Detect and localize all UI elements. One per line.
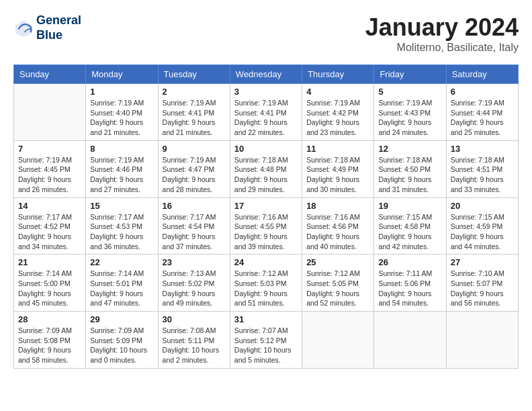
day-info: Sunrise: 7:17 AM Sunset: 4:53 PM Dayligh…	[90, 212, 153, 252]
calendar-day: 2Sunrise: 7:19 AM Sunset: 4:41 PM Daylig…	[158, 84, 230, 141]
day-info: Sunrise: 7:18 AM Sunset: 4:50 PM Dayligh…	[378, 155, 441, 195]
day-info: Sunrise: 7:19 AM Sunset: 4:45 PM Dayligh…	[18, 155, 81, 195]
weekday-header-monday: Monday	[86, 65, 158, 84]
day-number: 26	[378, 257, 441, 267]
weekday-header-saturday: Saturday	[446, 65, 518, 84]
day-number: 3	[234, 87, 298, 97]
day-number: 31	[234, 314, 298, 324]
day-number: 20	[451, 201, 514, 211]
day-number: 7	[18, 144, 81, 154]
calendar-day	[14, 84, 86, 141]
location-subtitle: Moliterno, Basilicate, Italy	[365, 42, 519, 54]
day-number: 6	[451, 87, 514, 97]
day-number: 2	[163, 87, 226, 97]
day-info: Sunrise: 7:16 AM Sunset: 4:55 PM Dayligh…	[234, 212, 298, 252]
logo-text: General Blue	[36, 13, 81, 42]
calendar-day: 11Sunrise: 7:18 AM Sunset: 4:49 PM Dayli…	[302, 140, 374, 197]
day-info: Sunrise: 7:19 AM Sunset: 4:46 PM Dayligh…	[90, 155, 153, 195]
calendar-day: 4Sunrise: 7:19 AM Sunset: 4:42 PM Daylig…	[302, 84, 374, 141]
day-number: 1	[90, 87, 153, 97]
weekday-header-tuesday: Tuesday	[158, 65, 230, 84]
calendar-day: 23Sunrise: 7:13 AM Sunset: 5:02 PM Dayli…	[158, 255, 230, 312]
calendar-day	[446, 312, 518, 369]
calendar-day: 5Sunrise: 7:19 AM Sunset: 4:43 PM Daylig…	[374, 84, 446, 141]
calendar-day: 22Sunrise: 7:14 AM Sunset: 5:01 PM Dayli…	[86, 255, 158, 312]
calendar-day: 20Sunrise: 7:15 AM Sunset: 4:59 PM Dayli…	[446, 197, 518, 255]
day-number: 14	[18, 201, 81, 211]
calendar-week-4: 21Sunrise: 7:14 AM Sunset: 5:00 PM Dayli…	[14, 255, 519, 312]
day-number: 4	[306, 87, 369, 97]
calendar-day: 30Sunrise: 7:08 AM Sunset: 5:11 PM Dayli…	[158, 312, 230, 369]
page-header: General Blue January 2024 Moliterno, Bas…	[13, 13, 519, 54]
day-number: 27	[451, 257, 514, 267]
day-info: Sunrise: 7:19 AM Sunset: 4:47 PM Dayligh…	[163, 155, 226, 195]
day-info: Sunrise: 7:17 AM Sunset: 4:52 PM Dayligh…	[18, 212, 81, 252]
calendar-day: 28Sunrise: 7:09 AM Sunset: 5:08 PM Dayli…	[14, 312, 86, 369]
calendar-day: 19Sunrise: 7:15 AM Sunset: 4:58 PM Dayli…	[374, 197, 446, 255]
day-info: Sunrise: 7:11 AM Sunset: 5:06 PM Dayligh…	[378, 269, 441, 308]
day-info: Sunrise: 7:19 AM Sunset: 4:43 PM Dayligh…	[378, 98, 441, 138]
weekday-header-sunday: Sunday	[14, 65, 86, 84]
day-number: 10	[234, 144, 298, 154]
day-info: Sunrise: 7:10 AM Sunset: 5:07 PM Dayligh…	[451, 269, 514, 308]
day-info: Sunrise: 7:13 AM Sunset: 5:02 PM Dayligh…	[163, 269, 226, 308]
logo: General Blue	[13, 13, 81, 42]
day-info: Sunrise: 7:16 AM Sunset: 4:56 PM Dayligh…	[306, 212, 369, 252]
day-info: Sunrise: 7:14 AM Sunset: 5:00 PM Dayligh…	[18, 269, 81, 308]
calendar-day: 26Sunrise: 7:11 AM Sunset: 5:06 PM Dayli…	[374, 255, 446, 312]
day-info: Sunrise: 7:14 AM Sunset: 5:01 PM Dayligh…	[90, 269, 153, 308]
calendar-day: 17Sunrise: 7:16 AM Sunset: 4:55 PM Dayli…	[230, 197, 302, 255]
day-number: 19	[378, 201, 441, 211]
weekday-header-row: SundayMondayTuesdayWednesdayThursdayFrid…	[14, 65, 519, 84]
day-info: Sunrise: 7:17 AM Sunset: 4:54 PM Dayligh…	[163, 212, 226, 252]
calendar-day: 12Sunrise: 7:18 AM Sunset: 4:50 PM Dayli…	[374, 140, 446, 197]
day-info: Sunrise: 7:18 AM Sunset: 4:48 PM Dayligh…	[234, 155, 298, 195]
month-title: January 2024	[365, 13, 519, 42]
day-number: 5	[378, 87, 441, 97]
calendar-day: 24Sunrise: 7:12 AM Sunset: 5:03 PM Dayli…	[230, 255, 302, 312]
day-info: Sunrise: 7:18 AM Sunset: 4:51 PM Dayligh…	[451, 155, 514, 195]
weekday-header-thursday: Thursday	[302, 65, 374, 84]
day-info: Sunrise: 7:15 AM Sunset: 4:58 PM Dayligh…	[378, 212, 441, 252]
day-number: 18	[306, 201, 369, 211]
day-number: 12	[378, 144, 441, 154]
calendar-day: 6Sunrise: 7:19 AM Sunset: 4:44 PM Daylig…	[446, 84, 518, 141]
calendar-day: 10Sunrise: 7:18 AM Sunset: 4:48 PM Dayli…	[230, 140, 302, 197]
day-info: Sunrise: 7:09 AM Sunset: 5:08 PM Dayligh…	[18, 326, 81, 365]
day-number: 9	[163, 144, 226, 154]
calendar-table: SundayMondayTuesdayWednesdayThursdayFrid…	[13, 64, 519, 369]
calendar-day: 18Sunrise: 7:16 AM Sunset: 4:56 PM Dayli…	[302, 197, 374, 255]
calendar-day: 27Sunrise: 7:10 AM Sunset: 5:07 PM Dayli…	[446, 255, 518, 312]
calendar-day: 1Sunrise: 7:19 AM Sunset: 4:40 PM Daylig…	[86, 84, 158, 141]
day-number: 8	[90, 144, 153, 154]
calendar-day: 31Sunrise: 7:07 AM Sunset: 5:12 PM Dayli…	[230, 312, 302, 369]
day-info: Sunrise: 7:18 AM Sunset: 4:49 PM Dayligh…	[306, 155, 369, 195]
day-number: 16	[163, 201, 226, 211]
day-number: 11	[306, 144, 369, 154]
calendar-day: 21Sunrise: 7:14 AM Sunset: 5:00 PM Dayli…	[14, 255, 86, 312]
day-info: Sunrise: 7:19 AM Sunset: 4:44 PM Dayligh…	[451, 98, 514, 138]
day-number: 28	[18, 314, 81, 324]
day-info: Sunrise: 7:19 AM Sunset: 4:41 PM Dayligh…	[163, 98, 226, 138]
calendar-week-5: 28Sunrise: 7:09 AM Sunset: 5:08 PM Dayli…	[14, 312, 519, 369]
calendar-day: 7Sunrise: 7:19 AM Sunset: 4:45 PM Daylig…	[14, 140, 86, 197]
day-number: 30	[163, 314, 226, 324]
day-number: 23	[163, 257, 226, 267]
weekday-header-wednesday: Wednesday	[230, 65, 302, 84]
day-info: Sunrise: 7:19 AM Sunset: 4:40 PM Dayligh…	[90, 98, 153, 138]
day-info: Sunrise: 7:15 AM Sunset: 4:59 PM Dayligh…	[451, 212, 514, 252]
calendar-day: 8Sunrise: 7:19 AM Sunset: 4:46 PM Daylig…	[86, 140, 158, 197]
title-block: January 2024 Moliterno, Basilicate, Ital…	[365, 13, 519, 54]
day-number: 15	[90, 201, 153, 211]
day-info: Sunrise: 7:09 AM Sunset: 5:09 PM Dayligh…	[90, 326, 153, 365]
calendar-day: 29Sunrise: 7:09 AM Sunset: 5:09 PM Dayli…	[86, 312, 158, 369]
day-info: Sunrise: 7:19 AM Sunset: 4:42 PM Dayligh…	[306, 98, 369, 138]
day-info: Sunrise: 7:12 AM Sunset: 5:03 PM Dayligh…	[234, 269, 298, 308]
calendar-day: 13Sunrise: 7:18 AM Sunset: 4:51 PM Dayli…	[446, 140, 518, 197]
calendar-day: 15Sunrise: 7:17 AM Sunset: 4:53 PM Dayli…	[86, 197, 158, 255]
calendar-week-2: 7Sunrise: 7:19 AM Sunset: 4:45 PM Daylig…	[14, 140, 519, 197]
day-number: 21	[18, 257, 81, 267]
calendar-day: 16Sunrise: 7:17 AM Sunset: 4:54 PM Dayli…	[158, 197, 230, 255]
day-number: 24	[234, 257, 298, 267]
weekday-header-friday: Friday	[374, 65, 446, 84]
